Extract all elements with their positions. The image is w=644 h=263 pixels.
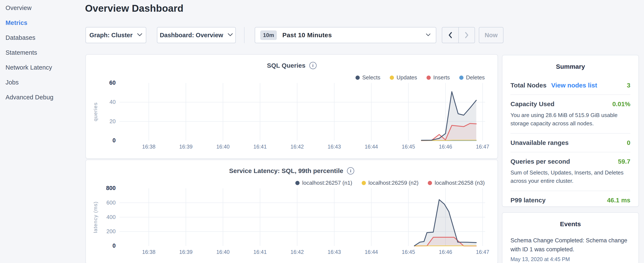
sidebar-nav: OverviewMetricsDatabasesStatementsNetwor…: [0, 0, 85, 105]
sidebar-item-advanced-debug[interactable]: Advanced Debug: [0, 90, 85, 105]
y-tick-label: 400: [94, 214, 116, 220]
legend-label: Inserts: [433, 74, 450, 81]
x-tick-label: 16:44: [358, 249, 385, 255]
x-tick-label: 16:47: [469, 144, 496, 150]
chevron-left-icon: [448, 32, 453, 39]
step-forward-button[interactable]: [458, 28, 474, 43]
sidebar-item-databases[interactable]: Databases: [0, 30, 85, 45]
chevron-down-icon: [426, 33, 431, 37]
x-tick-label: 16:40: [209, 249, 237, 255]
now-button[interactable]: Now: [479, 27, 504, 43]
summary-row-value: 0: [627, 139, 630, 146]
summary-row-description: You are using 28.6 MiB of 515.9 GiB usab…: [510, 111, 630, 128]
legend-item: localhost:26258 (n3): [428, 180, 485, 186]
legend-item: Selects: [356, 74, 380, 81]
legend-dot-icon: [362, 181, 366, 185]
x-tick-label: 16:45: [394, 144, 422, 150]
time-step-buttons: [442, 27, 475, 43]
legend-dot-icon: [295, 181, 300, 185]
sidebar-item-label: Metrics: [6, 19, 28, 26]
y-tick-label: 0: [94, 137, 116, 144]
db-console-page: OverviewMetricsDatabasesStatementsNetwor…: [0, 0, 644, 263]
sidebar-item-metrics[interactable]: Metrics: [0, 15, 85, 30]
chart-plot-area[interactable]: [120, 83, 485, 141]
x-tick-label: 16:46: [432, 144, 459, 150]
legend-label: localhost:26258 (n3): [434, 180, 485, 186]
chart-title-row: Service Latency: SQL, 99th percentile i: [86, 167, 498, 174]
event-item[interactable]: Schema Change Completed: Schema change w…: [510, 236, 630, 262]
sidebar-list: OverviewMetricsDatabasesStatementsNetwor…: [0, 1, 85, 105]
summary-row-value: 3: [627, 82, 630, 89]
summary-row-label: Total Nodes: [510, 82, 546, 89]
y-tick-label: 0: [94, 242, 116, 249]
view-nodes-link[interactable]: View nodes list: [551, 82, 597, 89]
y-tick-label: 40: [94, 99, 116, 105]
chevron-down-icon: [137, 33, 142, 37]
sidebar-item-statements[interactable]: Statements: [0, 45, 85, 60]
time-range-label: Past 10 Minutes: [282, 32, 332, 39]
sidebar-item-overview[interactable]: Overview: [0, 1, 85, 15]
x-tick-label: 16:47: [469, 249, 496, 255]
x-tick-label: 16:40: [209, 144, 237, 150]
x-tick-label: 16:46: [432, 249, 459, 255]
x-tick-label: 16:41: [246, 249, 274, 255]
summary-row-label: P99 latency: [510, 197, 546, 204]
controls-divider: [244, 27, 244, 43]
chevron-down-icon: [228, 33, 233, 37]
sidebar-item-jobs[interactable]: Jobs: [0, 75, 85, 90]
x-tick-label: 16:39: [172, 144, 200, 150]
sidebar-item-label: Overview: [6, 5, 32, 11]
sidebar-item-label: Network Latency: [6, 64, 52, 71]
summary-row: P99 latency 46.1 ms: [510, 191, 630, 209]
summary-row-value: 46.1 ms: [607, 197, 630, 204]
y-tick-label: 60: [94, 80, 116, 86]
summary-row: Unavailable ranges 0: [510, 133, 630, 152]
graph-dropdown[interactable]: Graph: Cluster: [86, 27, 146, 43]
chart-card: SQL Queries i Selects Updates Inserts De…: [86, 54, 498, 159]
page-title: Overview Dashboard: [85, 3, 184, 14]
summary-row-label: Queries per second: [510, 158, 570, 165]
sidebar-item-network-latency[interactable]: Network Latency: [0, 60, 85, 75]
x-tick-label: 16:43: [320, 249, 348, 255]
dashboard-dropdown[interactable]: Dashboard: Overview: [157, 27, 236, 43]
legend-item: Updates: [390, 74, 417, 81]
info-icon[interactable]: i: [347, 167, 354, 174]
chart-title: Service Latency: SQL, 99th percentile: [229, 167, 343, 174]
graph-dropdown-label: Graph: Cluster: [89, 32, 132, 39]
y-tick-label: 600: [94, 199, 116, 206]
y-axis-title: queries: [92, 83, 99, 141]
time-range-selector[interactable]: 10m Past 10 Minutes: [255, 27, 436, 43]
chart-plot-area[interactable]: [120, 188, 485, 246]
y-tick-label: 20: [94, 118, 116, 125]
x-tick-label: 16:45: [394, 249, 422, 255]
event-text: Schema Change Completed: Schema change w…: [510, 236, 630, 254]
legend-dot-icon: [356, 76, 360, 80]
summary-row-description: Sum of Selects, Updates, Inserts, and De…: [510, 168, 630, 185]
summary-title: Summary: [510, 55, 630, 76]
sidebar-item-label: Databases: [6, 34, 35, 41]
chart-legend: localhost:26257 (n1) localhost:26259 (n2…: [295, 180, 485, 186]
x-tick-label: 16:42: [284, 144, 311, 150]
x-tick-label: 16:38: [135, 144, 163, 150]
step-back-button[interactable]: [442, 28, 458, 43]
summary-panel: Summary Total Nodes View nodes list 3 Ca…: [502, 55, 639, 207]
legend-label: localhost:26259 (n2): [368, 180, 419, 186]
x-tick-label: 16:42: [284, 249, 311, 255]
legend-item: localhost:26259 (n2): [362, 180, 419, 186]
chart-title: SQL Queries: [267, 62, 305, 69]
legend-label: Updates: [396, 74, 417, 81]
x-tick-label: 16:38: [135, 249, 163, 255]
summary-row: Total Nodes View nodes list 3: [510, 76, 630, 95]
legend-label: Selects: [362, 74, 380, 81]
x-tick-label: 16:41: [246, 144, 274, 150]
y-tick-label: 200: [94, 228, 116, 235]
summary-row-label: Unavailable ranges: [510, 139, 568, 146]
summary-row-label: Capacity Used: [510, 100, 554, 108]
summary-row: Capacity Used 0.01% You are using 28.6 M…: [510, 95, 630, 133]
legend-label: localhost:26257 (n1): [302, 180, 352, 186]
events-title: Events: [510, 213, 630, 234]
sidebar-item-label: Statements: [6, 49, 37, 56]
x-tick-label: 16:44: [358, 144, 385, 150]
summary-row-value: 0.01%: [612, 100, 630, 108]
info-icon[interactable]: i: [309, 62, 316, 69]
